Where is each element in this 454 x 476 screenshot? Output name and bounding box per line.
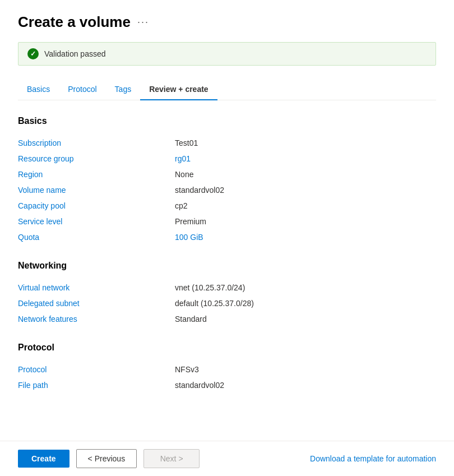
value-file-path: standardvol02 — [175, 381, 224, 390]
next-button: Next > — [143, 449, 200, 468]
value-region: None — [175, 170, 193, 179]
field-delegated-subnet: Delegated subnet default (10.25.37.0/28) — [18, 295, 436, 311]
basics-section: Basics Subscription Test01 Resource grou… — [18, 116, 436, 245]
automation-link[interactable]: Download a template for automation — [310, 454, 436, 463]
field-region: Region None — [18, 167, 436, 182]
create-button[interactable]: Create — [18, 450, 70, 468]
value-delegated-subnet: default (10.25.37.0/28) — [175, 299, 254, 308]
label-protocol: Protocol — [18, 365, 175, 374]
validation-text: Validation passed — [44, 49, 105, 58]
tab-review-create[interactable]: Review + create — [140, 79, 217, 100]
field-service-level: Service level Premium — [18, 214, 436, 229]
value-volume-name: standardvol02 — [175, 186, 224, 195]
value-quota: 100 GiB — [175, 233, 203, 242]
value-service-level: Premium — [175, 217, 206, 226]
protocol-section: Protocol Protocol NFSv3 File path standa… — [18, 343, 436, 393]
tab-tags[interactable]: Tags — [106, 79, 141, 100]
field-protocol: Protocol NFSv3 — [18, 362, 436, 377]
value-network-features: Standard — [175, 315, 207, 324]
value-subscription: Test01 — [175, 138, 198, 147]
label-volume-name: Volume name — [18, 186, 175, 195]
tabs: Basics Protocol Tags Review + create — [18, 79, 436, 100]
basics-section-title: Basics — [18, 116, 436, 126]
protocol-section-title: Protocol — [18, 343, 436, 353]
field-quota: Quota 100 GiB — [18, 229, 436, 245]
value-virtual-network: vnet (10.25.37.0/24) — [175, 283, 245, 292]
networking-section-title: Networking — [18, 261, 436, 271]
value-capacity-pool: cp2 — [175, 201, 188, 210]
field-virtual-network: Virtual network vnet (10.25.37.0/24) — [18, 280, 436, 295]
label-network-features: Network features — [18, 315, 175, 324]
label-file-path: File path — [18, 381, 175, 390]
field-subscription: Subscription Test01 — [18, 135, 436, 151]
value-resource-group: rg01 — [175, 154, 191, 163]
label-capacity-pool: Capacity pool — [18, 201, 175, 210]
page-title: Create a volume — [18, 13, 131, 31]
value-protocol: NFSv3 — [175, 365, 199, 374]
field-capacity-pool: Capacity pool cp2 — [18, 198, 436, 214]
label-resource-group: Resource group — [18, 154, 175, 163]
tab-basics[interactable]: Basics — [18, 79, 59, 100]
previous-button[interactable]: < Previous — [76, 449, 137, 468]
label-subscription: Subscription — [18, 138, 175, 147]
validation-banner: Validation passed — [18, 42, 436, 66]
check-icon — [27, 48, 39, 59]
label-quota: Quota — [18, 233, 175, 242]
label-region: Region — [18, 170, 175, 179]
label-virtual-network: Virtual network — [18, 283, 175, 292]
field-network-features: Network features Standard — [18, 311, 436, 327]
label-delegated-subnet: Delegated subnet — [18, 299, 175, 308]
field-file-path: File path standardvol02 — [18, 377, 436, 393]
field-resource-group: Resource group rg01 — [18, 151, 436, 167]
label-service-level: Service level — [18, 217, 175, 226]
ellipsis-menu-button[interactable]: ··· — [137, 16, 149, 28]
field-volume-name: Volume name standardvol02 — [18, 182, 436, 198]
tab-protocol[interactable]: Protocol — [59, 79, 105, 100]
footer: Create < Previous Next > Download a temp… — [0, 441, 454, 476]
networking-section: Networking Virtual network vnet (10.25.3… — [18, 261, 436, 327]
